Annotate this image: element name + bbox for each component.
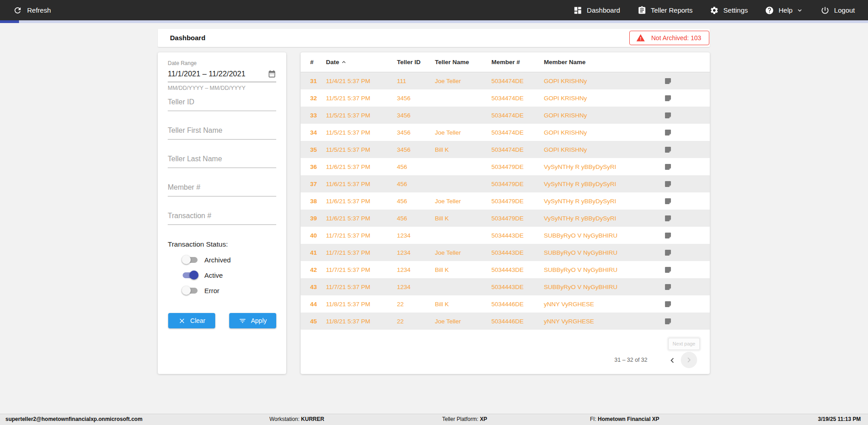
toggle-error[interactable]: Error [168, 283, 276, 298]
date-range-input[interactable]: 11/1/2021 – 11/22/2021 [168, 70, 276, 82]
date-range-label: Date Range [168, 60, 276, 66]
cell-row-number: 40 [310, 232, 326, 239]
next-page-chevron-button[interactable] [681, 352, 697, 368]
note-icon[interactable] [665, 249, 683, 256]
table-row[interactable]: 45 11/8/21 5:37 PM 22 Joe Teller 5034446… [301, 313, 710, 330]
table-row[interactable]: 39 11/6/21 5:37 PM 456 Bill K 5034479DE … [301, 210, 710, 227]
cell-member-name: yNNY VyRGHESE [544, 301, 665, 308]
refresh-button[interactable]: Refresh [13, 6, 51, 15]
cell-row-number: 41 [310, 249, 326, 256]
filter-field-teller-id[interactable]: Teller ID [168, 98, 276, 111]
cell-date: 11/5/21 5:37 PM [326, 146, 397, 153]
cell-member-num: 5034479DE [491, 198, 544, 205]
cell-member-num: 5034474DE [491, 129, 544, 136]
previous-page-chevron-icon[interactable] [667, 355, 677, 365]
table-row[interactable]: 36 11/6/21 5:37 PM 456 5034479DE VySyNTH… [301, 158, 710, 175]
table-row[interactable]: 33 11/5/21 5:37 PM 3456 5034474DE GOPI K… [301, 107, 710, 124]
note-icon[interactable] [665, 215, 683, 222]
nav-item-teller-reports[interactable]: Teller Reports [637, 6, 693, 15]
cell-date: 11/8/21 5:37 PM [326, 301, 397, 308]
calendar-icon [268, 70, 276, 78]
cell-date: 11/5/21 5:37 PM [326, 129, 397, 136]
nav-item-settings[interactable]: Settings [710, 6, 748, 15]
nav-item-dashboard[interactable]: Dashboard [573, 6, 620, 15]
teller-platform-info: Teller Platform: XP [442, 414, 487, 425]
fi-value: Hometown Financial XP [598, 416, 659, 422]
status-bar: superteller2@hometownfinancialxp.onmicro… [0, 414, 868, 425]
filter-field-member[interactable]: Member # [168, 183, 276, 196]
cell-member-name: VySyNTHy R yBByDySyRI [544, 181, 665, 187]
cell-teller-name: Joe Teller [435, 318, 491, 325]
workstation-info: Workstation: KURRER [269, 414, 324, 425]
note-icon[interactable] [665, 301, 683, 308]
filter-fields: Teller ID Teller First Name Teller Last … [168, 98, 276, 225]
table-row[interactable]: 38 11/6/21 5:37 PM 456 Joe Teller 503447… [301, 192, 710, 210]
note-icon[interactable] [665, 284, 683, 290]
cell-member-num: 5034474DE [491, 95, 544, 102]
top-navigation-bar: Refresh Dashboard Teller Reports Setting… [0, 0, 868, 20]
toggle-switch[interactable] [182, 257, 198, 263]
help-icon [765, 6, 774, 15]
note-icon[interactable] [665, 163, 683, 170]
nav-item-help[interactable]: Help [765, 6, 803, 15]
note-icon[interactable] [665, 232, 683, 239]
cell-teller-id: 22 [397, 301, 435, 308]
toggle-archived[interactable]: Archived [168, 252, 276, 267]
note-icon[interactable] [665, 129, 683, 136]
cell-date: 11/7/21 5:37 PM [326, 249, 397, 256]
cell-member-name: VySyNTHy R yBByDySyRI [544, 198, 665, 205]
note-icon[interactable] [665, 78, 683, 84]
next-page-button[interactable]: Next page [668, 338, 700, 350]
note-icon[interactable] [665, 318, 683, 325]
not-archived-badge: Not Archived: 103 [629, 31, 709, 45]
transactions-table: # Date Teller ID Teller Name Member # Me… [301, 52, 710, 374]
nav-label: Logout [834, 6, 855, 14]
note-icon[interactable] [665, 146, 683, 153]
cell-row-number: 32 [310, 95, 326, 102]
filter-field-placeholder: Teller Last Name [168, 155, 222, 163]
cell-member-num: 5034479DE [491, 181, 544, 187]
table-row[interactable]: 31 11/4/21 5:37 PM 111 Joe Teller 503447… [301, 72, 710, 89]
cell-date: 11/7/21 5:37 PM [326, 266, 397, 273]
clear-button-label: Clear [190, 317, 205, 324]
table-row[interactable]: 35 11/5/21 5:37 PM 3456 Bill K 5034474DE… [301, 141, 710, 158]
progress-bar-track [0, 20, 868, 23]
cell-teller-id: 3456 [397, 129, 435, 136]
table-row[interactable]: 43 11/7/21 5:37 PM 1234 5034443DE SUBByR… [301, 278, 710, 295]
date-format-hint: MM/DD/YYYY – MM/DD/YYYY [168, 85, 276, 91]
filter-field-teller-first-name[interactable]: Teller First Name [168, 126, 276, 140]
table-row[interactable]: 42 11/7/21 5:37 PM 1234 Bill K 5034443DE… [301, 261, 710, 278]
toggle-label: Archived [204, 256, 231, 264]
nav-item-logout[interactable]: Logout [821, 6, 855, 15]
chevron-down-icon [796, 7, 803, 14]
toggle-switch[interactable] [182, 272, 198, 279]
table-row[interactable]: 44 11/8/21 5:37 PM 22 Bill K 5034446DE y… [301, 295, 710, 313]
cell-row-number: 42 [310, 266, 326, 273]
note-icon[interactable] [665, 198, 683, 205]
calendar-picker-button[interactable] [268, 70, 276, 78]
column-header-date[interactable]: Date [326, 59, 397, 65]
date-range-value[interactable]: 11/1/2021 – 11/22/2021 [168, 70, 245, 78]
table-row[interactable]: 41 11/7/21 5:37 PM 1234 Joe Teller 50344… [301, 244, 710, 261]
note-icon[interactable] [665, 181, 683, 187]
note-icon[interactable] [665, 95, 683, 102]
toggle-active[interactable]: Active [168, 267, 276, 283]
cell-teller-id: 111 [397, 78, 435, 84]
note-icon[interactable] [665, 112, 683, 119]
apply-button[interactable]: Apply [229, 313, 276, 328]
clear-button[interactable]: Clear [168, 313, 215, 328]
cell-date: 11/6/21 5:37 PM [326, 163, 397, 170]
table-row[interactable]: 37 11/6/21 5:37 PM 456 5034479DE VySyNTH… [301, 175, 710, 192]
table-header-row: # Date Teller ID Teller Name Member # Me… [301, 52, 710, 72]
filter-field-transaction[interactable]: Transaction # [168, 212, 276, 225]
cell-member-name: GOPI KRISHNy [544, 112, 665, 119]
filter-field-teller-last-name[interactable]: Teller Last Name [168, 155, 276, 168]
note-icon[interactable] [665, 266, 683, 273]
table-row[interactable]: 34 11/5/21 5:37 PM 3456 Joe Teller 50344… [301, 124, 710, 141]
cell-row-number: 37 [310, 181, 326, 187]
cell-teller-name: Bill K [435, 146, 491, 153]
table-row[interactable]: 40 11/7/21 5:37 PM 1234 5034443DE SUBByR… [301, 227, 710, 244]
toggle-label: Active [204, 271, 223, 279]
toggle-switch[interactable] [182, 287, 198, 294]
table-row[interactable]: 32 11/5/21 5:37 PM 3456 5034474DE GOPI K… [301, 89, 710, 107]
